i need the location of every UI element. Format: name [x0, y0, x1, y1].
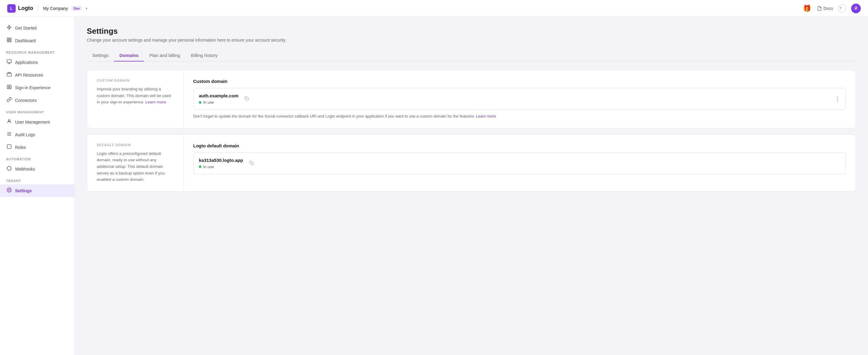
logo: L Logto	[7, 4, 33, 13]
custom-domain-name-status: auth.example.com In use	[199, 93, 239, 104]
gift-button[interactable]: 🎁	[802, 3, 812, 13]
sidebar-item-api-resources[interactable]: API Resources	[0, 69, 74, 82]
layout: Get Started Dashboard RESOURCE MANAGEMEN…	[0, 17, 868, 355]
docs-icon	[817, 6, 822, 11]
svg-rect-18	[251, 162, 253, 165]
custom-domain-box: auth.example.com In use ⋮	[193, 88, 846, 110]
sidebar-section-no-label: Get Started Dashboard	[0, 22, 74, 47]
sidebar-section-resource-management: RESOURCE MANAGEMENT Applications API Res…	[0, 47, 74, 107]
custom-domain-description: Improve your branding by utilizing a cus…	[97, 86, 174, 105]
tab-settings[interactable]: Settings	[87, 50, 114, 62]
sidebar-item-label: Connectors	[15, 98, 37, 103]
custom-domain-note-learn-more[interactable]: Learn more	[476, 114, 496, 119]
sidebar-item-roles[interactable]: Roles	[0, 141, 74, 154]
default-domain-copy-icon[interactable]	[249, 161, 254, 166]
default-domain-description: Logto offers a preconfigured default dom…	[97, 150, 174, 183]
sidebar-section-automation: AUTOMATION Webhooks	[0, 154, 74, 175]
main-content: Settings Change your account settings an…	[75, 17, 868, 355]
sidebar-item-label: Applications	[15, 60, 38, 65]
sidebar-item-settings[interactable]: Settings	[0, 185, 74, 197]
default-domain-status-dot	[199, 165, 201, 168]
section-label-user: USER MANAGEMENT	[0, 107, 74, 116]
sidebar-item-applications[interactable]: Applications	[0, 56, 74, 69]
svg-point-11	[8, 120, 10, 122]
applications-icon	[6, 59, 12, 66]
svg-rect-8	[7, 73, 11, 76]
page-description: Change your account settings and manage …	[87, 38, 856, 42]
default-domain-right: Logto default domain ka313a530.logto.app…	[184, 135, 856, 191]
custom-domain-status-text: In use	[203, 100, 214, 104]
tenant-chevron[interactable]: ▾	[86, 6, 87, 10]
sidebar-item-label: Settings	[15, 188, 32, 193]
avatar[interactable]: Й	[851, 4, 861, 13]
default-domain-status-text: In use	[203, 165, 214, 169]
custom-domain-section-label: CUSTOM DOMAIN	[97, 79, 174, 82]
api-resources-icon	[6, 72, 12, 78]
audit-logs-icon	[6, 131, 12, 138]
svg-rect-1	[7, 38, 9, 39]
sidebar-section-user-management: USER MANAGEMENT User Management Audit Lo…	[0, 107, 74, 154]
custom-domain-status-row: In use	[199, 100, 239, 104]
docs-label: Docs	[824, 6, 833, 11]
tab-billing-history[interactable]: Billing history	[185, 50, 223, 62]
sidebar-item-label: Audit Logs	[15, 132, 35, 137]
svg-rect-15	[7, 144, 11, 149]
section-label-automation: AUTOMATION	[0, 154, 74, 163]
custom-domain-copy-icon[interactable]	[244, 96, 249, 102]
custom-domain-left: CUSTOM DOMAIN Improve your branding by u…	[87, 70, 184, 128]
section-label-resource: RESOURCE MANAGEMENT	[0, 47, 74, 56]
sidebar-item-label: Get Started	[15, 26, 37, 30]
sidebar-item-get-started[interactable]: Get Started	[0, 22, 74, 34]
topbar-right: 🎁 Docs ? Й	[802, 3, 861, 13]
custom-domain-card-title: Custom domain	[193, 79, 846, 84]
roles-icon	[6, 144, 12, 151]
custom-domain-more-actions[interactable]: ⋮	[834, 96, 840, 102]
sidebar-item-sign-in-experience[interactable]: Sign-in Experience	[0, 82, 74, 94]
sign-in-experience-icon	[6, 85, 12, 91]
default-domain-card: DEFAULT DOMAIN Logto offers a preconfigu…	[87, 134, 856, 192]
sidebar: Get Started Dashboard RESOURCE MANAGEMEN…	[0, 17, 75, 355]
tenant-name: My Company	[43, 6, 68, 11]
sidebar-item-label: Sign-in Experience	[15, 85, 51, 90]
svg-rect-4	[9, 40, 11, 42]
sidebar-item-label: Webhooks	[15, 167, 35, 171]
sidebar-item-label: Dashboard	[15, 38, 36, 43]
sidebar-item-webhooks[interactable]: Webhooks	[0, 163, 74, 175]
page-title: Settings	[87, 27, 856, 36]
sidebar-section-tenant: TENANT Settings	[0, 175, 74, 197]
sidebar-item-user-management[interactable]: User Management	[0, 116, 74, 128]
docs-button[interactable]: Docs	[817, 6, 833, 11]
default-domain-name-status: ka313a530.logto.app In use	[199, 158, 243, 169]
svg-rect-3	[7, 40, 9, 42]
custom-domain-learn-more-link[interactable]: Learn more	[145, 100, 166, 104]
custom-domain-name: auth.example.com	[199, 93, 239, 98]
logo-icon: L	[7, 4, 16, 13]
sidebar-item-audit-logs[interactable]: Audit Logs	[0, 128, 74, 141]
help-button[interactable]: ?	[838, 4, 846, 13]
tab-domains[interactable]: Domains	[114, 50, 144, 62]
svg-rect-2	[9, 38, 11, 39]
svg-point-16	[8, 189, 10, 190]
settings-icon	[6, 188, 12, 194]
svg-marker-0	[7, 25, 11, 29]
custom-domain-right: Custom domain auth.example.com In use ⋮	[184, 70, 856, 128]
svg-rect-5	[7, 60, 11, 63]
default-domain-left: DEFAULT DOMAIN Logto offers a preconfigu…	[87, 135, 184, 191]
section-label-tenant: TENANT	[0, 175, 74, 185]
dev-badge: Dev	[71, 6, 82, 11]
sidebar-item-dashboard[interactable]: Dashboard	[0, 34, 74, 47]
user-management-icon	[6, 119, 12, 125]
webhooks-icon	[6, 166, 12, 172]
logo-text: Logto	[18, 5, 33, 11]
svg-point-10	[8, 86, 10, 87]
tab-plan-billing[interactable]: Plan and billing	[144, 50, 186, 62]
custom-domain-note: Don't forget to update the domain for th…	[193, 113, 846, 120]
sidebar-item-connectors[interactable]: Connectors	[0, 94, 74, 107]
tabs: Settings Domains Plan and billing Billin…	[87, 50, 856, 62]
custom-domain-status-dot	[199, 101, 201, 104]
topbar: L Logto My Company Dev ▾ 🎁 Docs ? Й	[0, 0, 868, 17]
default-domain-status-row: In use	[199, 165, 243, 169]
sidebar-item-label: API Resources	[15, 73, 43, 77]
connectors-icon	[6, 97, 12, 104]
topbar-divider	[38, 5, 38, 11]
